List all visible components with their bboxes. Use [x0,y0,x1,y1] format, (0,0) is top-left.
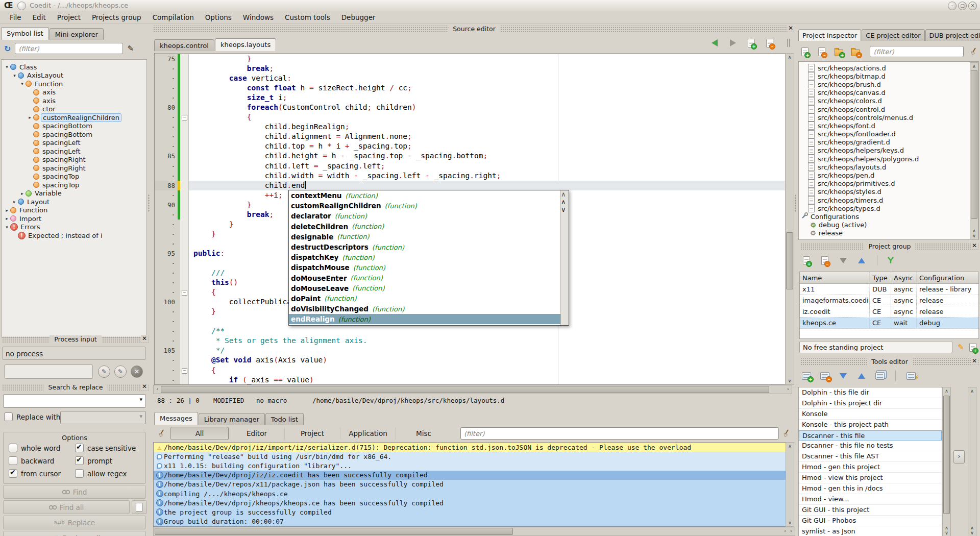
file-tree-item[interactable]: src/kheops/primitives.d [799,180,978,188]
menu-item-options[interactable]: Options [200,12,237,22]
configuration-item[interactable]: ⚙release [799,229,978,237]
tree-item[interactable]: ctor [2,105,146,114]
scroll-down-icon[interactable]: ∨ [786,378,794,383]
case-sensitive-checkbox[interactable] [75,444,84,452]
messages-filter-input[interactable] [460,427,779,440]
backward-checkbox[interactable] [9,456,17,465]
close-document-icon[interactable]: – [764,37,776,49]
scroll-down-icon[interactable]: ∨ [968,530,976,535]
minimize-button[interactable]: – [948,2,957,10]
project-group-close-icon[interactable]: ✕ [971,242,978,249]
move-tool-down-icon[interactable] [837,370,849,382]
expander-icon[interactable]: ▸ [4,216,10,221]
add-file-icon[interactable]: + [799,45,811,58]
process-input-close-icon[interactable]: ✕ [141,335,148,342]
replace-checkbox[interactable] [4,412,13,421]
edit-pencil-icon[interactable]: ✎ [958,343,964,352]
filter-project[interactable]: Project [284,427,340,440]
scroll-up-icon[interactable]: ∧ [970,64,978,69]
move-tool-up-icon[interactable] [855,370,868,382]
tree-item[interactable]: spacingBottom [2,130,146,139]
tool-item[interactable]: Dscanner - this file no tests [799,441,942,451]
tree-item[interactable]: spacingRight [2,156,146,164]
tree-item[interactable]: axis [2,88,146,97]
message-row[interactable]: ithe project group is successfully compi… [154,507,787,517]
right-splitter[interactable] [794,194,797,212]
column-header-name[interactable]: Name [800,272,869,283]
menu-item-debugger[interactable]: Debugger [336,12,381,22]
file-tree-scrollbar[interactable]: ∧ ∧ ∨ [970,62,978,240]
completion-item[interactable]: designable(function) [289,232,569,242]
clean-icon[interactable] [157,429,166,438]
scroll-down-icon[interactable]: ∨ [786,520,794,525]
tab-project-inspector[interactable]: Project inspector [798,29,861,41]
remove-project-icon[interactable]: – [819,254,831,266]
expand-detail-button[interactable]: › [953,450,965,464]
messages-vscrollbar[interactable]: ∧ ∨ [786,442,794,527]
go-back-icon[interactable] [708,37,721,49]
scroll-up-icon[interactable]: ∧ [968,525,976,530]
file-tree-item[interactable]: src/kheops/bitmap.d [799,72,978,80]
expander-icon[interactable]: ▾ [19,81,26,86]
tree-item[interactable]: !Expected ; instead of i [2,231,146,240]
tab-mini-explorer[interactable]: Mini explorer [50,28,104,40]
clean-icon[interactable] [969,47,978,56]
scroll-down-icon[interactable]: ∨ [561,206,566,213]
tree-item[interactable]: ▸Import [2,214,146,223]
tool-item[interactable]: Hmod - gen this project [799,462,942,473]
build-group-icon[interactable] [887,256,895,264]
completion-item[interactable]: contextMenu(function) [289,190,569,201]
expander-icon[interactable]: ▸ [27,115,33,120]
message-row[interactable]: i/home/basile/Dev/repos/x11/package.json… [154,480,787,489]
tab-ce-project-editor[interactable]: CE project editor [862,29,924,41]
filter-application[interactable]: Application [340,427,396,440]
pin-input-button[interactable]: ✎ [114,366,127,378]
clean-icon[interactable] [782,429,791,438]
tree-item[interactable]: ▸customRealignChildren [2,113,146,122]
menu-item-custom-tools[interactable]: Custom tools [279,12,336,22]
message-row[interactable]: iGroup build duration: 00:00:07 [154,517,787,526]
messages-list[interactable]: ⚠/home/basile/Dev/dproj/iz/import/iz/ser… [153,442,787,527]
editor-hscrollbar[interactable]: ‹ › [153,385,792,394]
tools-list-scrollbar[interactable]: ∧ ∧ ∨ [942,387,951,536]
editor-tab-kheops-control[interactable]: kheops.control [154,39,214,51]
file-tree-item[interactable]: src/kheops/gradient.d [799,138,978,147]
expander-icon[interactable]: ▾ [11,73,18,78]
completion-item[interactable]: declarator(function) [289,211,569,221]
message-row[interactable]: ⚠/home/basile/Dev/dproj/iz/import/iz/ser… [154,443,787,452]
add-project-icon[interactable]: + [800,254,813,266]
project-file-tree[interactable]: src/kheops/actions.dsrc/kheops/bitmap.ds… [798,61,979,240]
file-tree-item[interactable]: src/kheops/helpers/keys.d [799,147,978,155]
move-down-icon[interactable] [837,254,849,266]
file-tree-item[interactable]: src/kheops/controls/menus.d [799,113,978,121]
expander-icon[interactable]: ▸ [4,208,10,213]
menu-item-windows[interactable]: Windows [237,12,279,22]
message-row[interactable]: x11 1.0.15: building configuration "libr… [154,461,787,470]
add-folder-icon[interactable]: + [833,45,844,58]
scroll-left-icon[interactable]: ‹ [155,386,160,392]
completion-item[interactable]: dispatchKey(function) [289,252,569,262]
tree-item[interactable]: axis [2,96,146,105]
find-all-in-doc-button[interactable] [132,500,147,514]
completion-item[interactable]: deleteChildren(function) [289,222,569,232]
filter-editor[interactable]: Editor [229,427,284,440]
menu-item-file[interactable]: File [4,12,27,22]
scroll-up-icon[interactable]: ∧ [561,198,566,206]
prompt-checkbox[interactable] [75,456,84,465]
table-row[interactable]: imageformats.coeditCEasyncrelease [800,295,978,306]
window-menu-button[interactable] [17,2,26,10]
maximize-button[interactable]: ▢ [958,2,967,10]
file-tree-item[interactable]: src/kheops/control.d [799,105,978,113]
scroll-up-icon[interactable]: ∧ [970,228,978,233]
replace-term-combo[interactable]: ▾ [60,411,146,424]
file-tree-item[interactable]: src/kheops/styles.d [799,188,978,196]
message-row[interactable]: Performing "release" build using /usr/bi… [154,452,787,461]
add-tool-icon[interactable]: + [800,370,813,382]
tab-symbol-list[interactable]: Symbol list [1,27,49,40]
completion-item[interactable]: endRealign(function) [289,314,569,324]
completion-item[interactable]: doPaint(function) [289,294,569,304]
message-row[interactable]: i/home/basile/Dev/dproj/kheops/kheops.ce… [154,498,787,507]
tree-item[interactable]: spacingTop [2,173,146,181]
tree-item[interactable]: spacingTop [2,181,146,189]
tool-item[interactable]: Dscanner - this file AST [799,451,942,462]
